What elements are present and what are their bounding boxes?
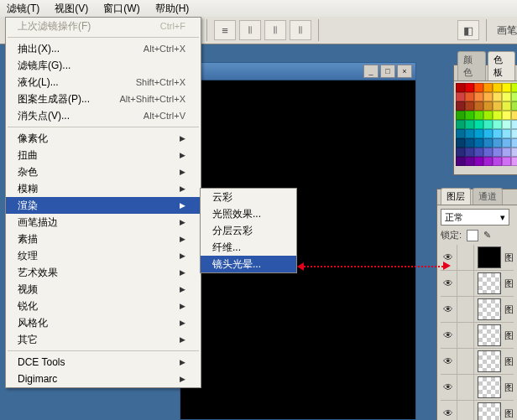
submenu-item-clouds[interactable]: 云彩 — [201, 189, 296, 205]
tab-swatches[interactable]: 色板 — [488, 51, 516, 80]
swatch[interactable] — [456, 111, 465, 120]
layer-thumbnail[interactable] — [478, 350, 501, 372]
swatch[interactable] — [511, 101, 517, 111]
layer-name[interactable]: 图 — [504, 303, 514, 316]
swatch[interactable] — [493, 138, 502, 148]
visibility-eye-icon[interactable]: 👁 — [441, 271, 457, 296]
swatch[interactable] — [502, 111, 511, 120]
swatch[interactable] — [511, 92, 517, 101]
align-btn-1[interactable]: ≡ — [214, 20, 236, 40]
link-cell[interactable] — [457, 297, 474, 322]
swatch[interactable] — [502, 92, 511, 101]
menu-item-digimarc[interactable]: Digimarc▶ — [6, 371, 201, 387]
menu-window[interactable]: 窗口(W) — [103, 2, 139, 16]
swatch[interactable] — [474, 138, 483, 148]
menu-item-sketch[interactable]: 素描▶ — [6, 231, 201, 247]
submenu-item-difference-clouds[interactable]: 分层云彩 — [201, 222, 296, 239]
align-btn-4[interactable]: ⫴ — [290, 20, 311, 40]
swatch[interactable] — [474, 83, 483, 92]
menu-item-extract[interactable]: 抽出(X)...Alt+Ctrl+X — [6, 40, 201, 57]
layer-name[interactable]: 图 — [504, 407, 514, 420]
layer-row[interactable]: 👁图 — [441, 245, 514, 271]
swatch[interactable] — [502, 83, 511, 92]
swatch[interactable] — [493, 83, 502, 92]
layer-thumbnail[interactable] — [478, 246, 501, 268]
swatch[interactable] — [456, 129, 465, 138]
maximize-button[interactable]: □ — [380, 65, 395, 78]
swatch[interactable] — [465, 120, 474, 129]
swatch[interactable] — [493, 157, 502, 166]
layer-thumbnail[interactable] — [478, 376, 501, 398]
swatch[interactable] — [502, 120, 511, 129]
menu-item-blur[interactable]: 模糊▶ — [6, 180, 201, 197]
swatch[interactable] — [511, 138, 517, 148]
swatch[interactable] — [493, 101, 502, 111]
link-cell[interactable] — [457, 245, 474, 270]
swatch[interactable] — [511, 129, 517, 138]
tab-layers[interactable]: 图层 — [441, 188, 471, 205]
swatch[interactable] — [493, 120, 502, 129]
swatch[interactable] — [483, 157, 493, 166]
submenu-item-lighting-effects[interactable]: 光照效果... — [201, 205, 296, 222]
swatch[interactable] — [483, 120, 493, 129]
swatch[interactable] — [474, 111, 483, 120]
swatch[interactable] — [474, 148, 483, 157]
menu-item-distort[interactable]: 扭曲▶ — [6, 147, 201, 163]
tab-color[interactable]: 颜色 — [457, 51, 486, 80]
align-btn-3[interactable]: ⫴ — [264, 20, 286, 40]
swatch[interactable] — [474, 120, 483, 129]
link-cell[interactable] — [457, 323, 474, 348]
menu-item-pattern-maker[interactable]: 图案生成器(P)...Alt+Shift+Ctrl+X — [6, 91, 201, 107]
swatch[interactable] — [456, 138, 465, 148]
swatch[interactable] — [474, 157, 483, 166]
layer-row[interactable]: 👁图 — [441, 271, 514, 297]
layer-row[interactable]: 👁图 — [441, 349, 514, 375]
visibility-eye-icon[interactable]: 👁 — [441, 297, 457, 322]
link-cell[interactable] — [457, 349, 474, 374]
swatch[interactable] — [493, 148, 502, 157]
swatch[interactable] — [465, 83, 474, 92]
swatch[interactable] — [483, 148, 493, 157]
swatch[interactable] — [456, 101, 465, 111]
layer-thumbnail[interactable] — [478, 272, 501, 294]
swatch[interactable] — [483, 129, 493, 138]
menu-item-liquify[interactable]: 液化(L)...Shift+Ctrl+X — [6, 74, 201, 91]
tab-channels[interactable]: 通道 — [473, 188, 503, 205]
swatch[interactable] — [493, 92, 502, 101]
swatch[interactable] — [465, 92, 474, 101]
layer-row[interactable]: 👁图 — [441, 297, 514, 323]
swatch[interactable] — [511, 157, 517, 166]
swatch[interactable] — [502, 138, 511, 148]
swatch[interactable] — [511, 148, 517, 157]
layer-thumbnail[interactable] — [478, 402, 501, 420]
swatch[interactable] — [474, 129, 483, 138]
visibility-eye-icon[interactable]: 👁 — [441, 401, 457, 420]
swatch[interactable] — [465, 157, 474, 166]
swatch[interactable] — [502, 148, 511, 157]
swatch[interactable] — [474, 92, 483, 101]
submenu-item-lens-flare[interactable]: 镜头光晕... — [201, 256, 296, 272]
align-btn-2[interactable]: ⫴ — [239, 20, 261, 40]
swatch[interactable] — [502, 157, 511, 166]
menu-item-brush-strokes[interactable]: 画笔描边▶ — [6, 214, 201, 231]
swatch[interactable] — [465, 101, 474, 111]
submenu-item-fibers[interactable]: 纤维... — [201, 239, 296, 256]
swatch[interactable] — [511, 111, 517, 120]
swatch[interactable] — [511, 120, 517, 129]
menu-item-sharpen[interactable]: 锐化▶ — [6, 298, 201, 314]
link-cell[interactable] — [457, 401, 474, 420]
swatch[interactable] — [465, 138, 474, 148]
blend-mode-select[interactable]: 正常▾ — [441, 209, 509, 226]
menu-item-dce-tools[interactable]: DCE Tools▶ — [6, 354, 201, 371]
palette-well-btn[interactable]: ◧ — [457, 20, 479, 40]
swatch[interactable] — [483, 111, 493, 120]
menu-item-filter-gallery[interactable]: 滤镜库(G)... — [6, 57, 201, 74]
layer-name[interactable]: 图 — [504, 251, 514, 264]
menu-item-artistic[interactable]: 艺术效果▶ — [6, 264, 201, 281]
swatch[interactable] — [483, 138, 493, 148]
layer-name[interactable]: 图 — [504, 329, 514, 342]
layer-row[interactable]: 👁图 — [441, 375, 514, 401]
menu-view[interactable]: 视图(V) — [55, 2, 88, 16]
minimize-button[interactable]: _ — [363, 65, 379, 78]
swatch[interactable] — [456, 157, 465, 166]
